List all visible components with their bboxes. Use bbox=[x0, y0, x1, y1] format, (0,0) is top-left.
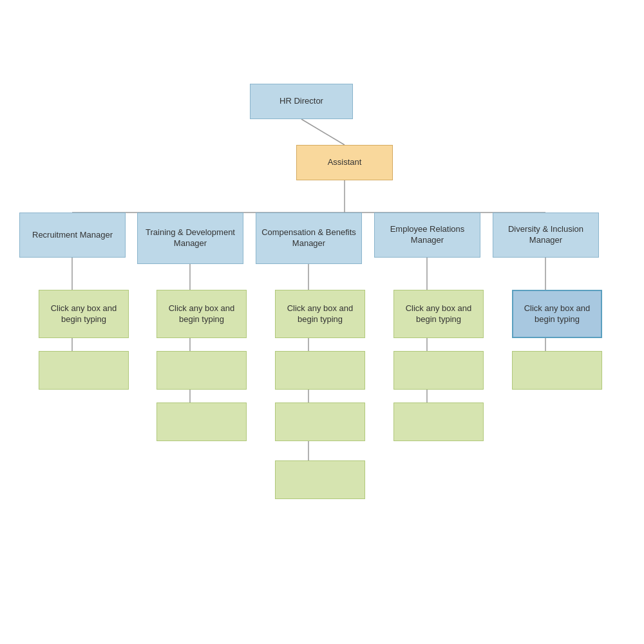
div-child2-node[interactable] bbox=[512, 351, 602, 390]
tra-child1-label: Click any box and begin typing bbox=[161, 303, 242, 325]
tra-child3-node[interactable] bbox=[156, 402, 247, 441]
com-child3-node[interactable] bbox=[275, 402, 365, 441]
diversity-manager-node[interactable]: Diversity & Inclusion Manager bbox=[493, 213, 599, 258]
chart-container: HR Director Assistant Recruitment Manage… bbox=[0, 0, 644, 644]
com-child1-node[interactable]: Click any box and begin typing bbox=[275, 290, 365, 338]
training-label: Training & Development Manager bbox=[142, 227, 239, 249]
emp-child1-node[interactable]: Click any box and begin typing bbox=[393, 290, 484, 338]
div-child1-node[interactable]: Click any box and begin typing bbox=[512, 290, 602, 338]
com-child4-node[interactable] bbox=[275, 460, 365, 499]
training-manager-node[interactable]: Training & Development Manager bbox=[137, 213, 243, 264]
assistant-label: Assistant bbox=[328, 157, 362, 168]
hr-director-label: HR Director bbox=[279, 96, 323, 107]
com-child1-label: Click any box and begin typing bbox=[279, 303, 361, 325]
emp-child1-label: Click any box and begin typing bbox=[398, 303, 479, 325]
rec-child1-label: Click any box and begin typing bbox=[43, 303, 124, 325]
tra-child1-node[interactable]: Click any box and begin typing bbox=[156, 290, 247, 338]
compensation-manager-node[interactable]: Compensation & Benefits Manager bbox=[256, 213, 362, 264]
employee-relations-label: Employee Relations Manager bbox=[379, 224, 476, 246]
com-child2-node[interactable] bbox=[275, 351, 365, 390]
rec-child1-node[interactable]: Click any box and begin typing bbox=[39, 290, 129, 338]
emp-child3-node[interactable] bbox=[393, 402, 484, 441]
tra-child2-node[interactable] bbox=[156, 351, 247, 390]
svg-line-0 bbox=[301, 119, 345, 145]
recruitment-manager-node[interactable]: Recruitment Manager bbox=[19, 213, 126, 258]
emp-child2-node[interactable] bbox=[393, 351, 484, 390]
compensation-label: Compensation & Benefits Manager bbox=[260, 227, 357, 249]
hr-director-node[interactable]: HR Director bbox=[250, 84, 353, 119]
div-child1-label: Click any box and begin typing bbox=[517, 303, 597, 325]
rec-child2-node[interactable] bbox=[39, 351, 129, 390]
recruitment-label: Recruitment Manager bbox=[32, 230, 113, 241]
employee-relations-manager-node[interactable]: Employee Relations Manager bbox=[374, 213, 480, 258]
assistant-node[interactable]: Assistant bbox=[296, 145, 393, 180]
diversity-label: Diversity & Inclusion Manager bbox=[497, 224, 594, 246]
